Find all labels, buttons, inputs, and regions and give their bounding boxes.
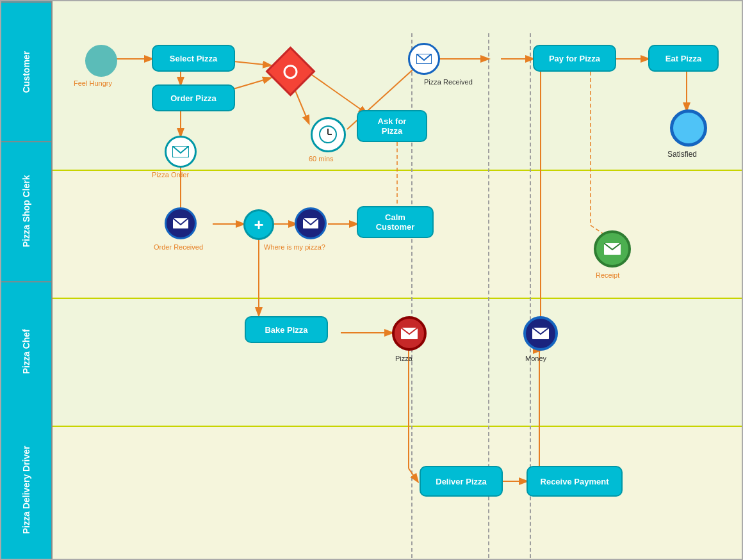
feel-hungry-label: Feel Hungry [74,79,112,87]
timer-event[interactable] [309,115,347,154]
lanes-column: Customer Pizza Shop Clerk Pizza Chef Piz… [1,1,53,559]
where-pizza-event[interactable] [295,207,327,239]
lane-label-driver: Pizza Delivery Driver [1,420,51,559]
order-received-event[interactable] [165,207,197,239]
pizza-label: Pizza [395,355,412,362]
eat-pizza-task[interactable]: Eat Pizza [648,45,719,72]
lane-driver-bg [53,427,742,560]
pizza-msg-chef[interactable] [392,316,427,351]
lane-label-customer: Customer [1,1,51,141]
diagram-container: Customer Pizza Shop Clerk Pizza Chef Piz… [0,0,743,560]
gateway-node[interactable] [268,49,312,93]
pizza-order-label: Pizza Order [152,171,189,179]
pizza-order-event[interactable] [165,136,197,168]
where-pizza-label: Where is my pizza? [264,243,325,251]
pay-for-pizza-task[interactable]: Pay for Pizza [533,45,616,72]
money-label: Money [525,355,546,362]
order-pizza-task[interactable]: Order Pizza [152,84,235,111]
plus-gateway[interactable]: + [243,209,274,240]
money-msg-chef[interactable] [523,316,558,351]
bake-pizza-task[interactable]: Bake Pizza [245,316,328,343]
customer-msg-event[interactable] [408,43,440,75]
satisfied-label: Satisfied [667,150,697,159]
satisfied-end-event[interactable] [669,109,708,147]
ask-for-pizza-task[interactable]: Ask for Pizza [357,110,427,142]
receipt-event[interactable] [594,230,631,268]
lane-label-clerk: Pizza Shop Clerk [1,141,51,280]
pizza-received-label: Pizza Received [424,78,473,86]
receipt-label: Receipt [596,271,619,279]
start-event-feel-hungry[interactable] [83,43,118,78]
timer-label: 60 mins [309,155,334,163]
diagram-area: Feel Hungry Select Pizza Order Pizza Piz… [53,1,742,559]
receive-payment-task[interactable]: Receive Payment [527,466,623,497]
deliver-pizza-task[interactable]: Deliver Pizza [420,466,503,497]
order-received-label: Order Received [154,243,203,251]
lane-label-chef: Pizza Chef [1,281,51,420]
calm-customer-task[interactable]: Calm Customer [357,206,434,238]
select-pizza-task[interactable]: Select Pizza [152,45,235,72]
